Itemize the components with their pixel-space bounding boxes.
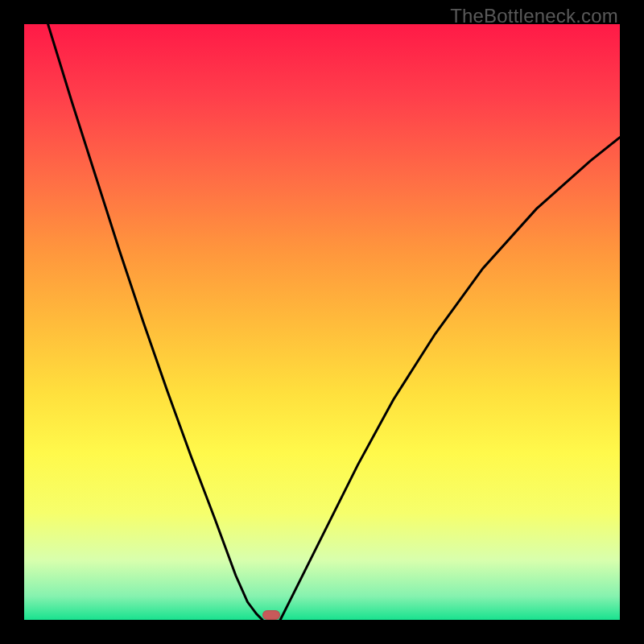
plot-area bbox=[24, 24, 620, 620]
optimum-marker bbox=[262, 610, 280, 620]
chart-frame: TheBottleneck.com bbox=[0, 0, 644, 644]
curve-left-branch bbox=[48, 24, 262, 620]
bottleneck-curve bbox=[24, 24, 620, 620]
curve-right-branch bbox=[280, 138, 620, 620]
